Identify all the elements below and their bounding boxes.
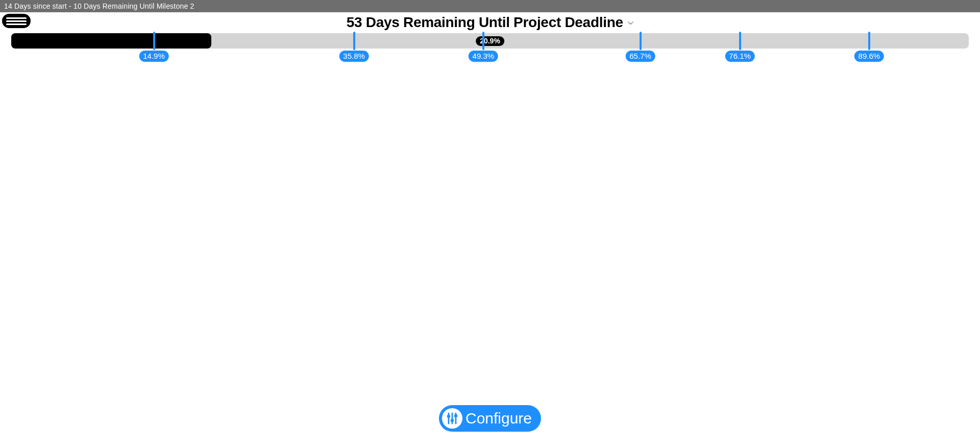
hamburger-icon [6,23,27,25]
status-text: 14 Days since start - 10 Days Remaining … [4,2,194,10]
progress-percent-bubble: 20.9% [476,36,504,46]
milestone-label[interactable]: 65.7% [625,51,655,62]
header-area: 53 Days Remaining Until Project Deadline… [0,14,980,49]
progress-area: 20.9% 14.9%35.8%49.3%65.7%76.1%89.6% [11,33,969,49]
menu-button[interactable] [2,14,31,28]
headline-text: 53 Days Remaining Until Project Deadline [347,14,623,30]
configure-label: Configure [465,410,532,427]
milestone-label[interactable]: 49.3% [469,51,499,62]
milestone-tick[interactable] [153,32,155,50]
milestone-tick[interactable] [739,32,741,50]
progress-fill [11,33,211,49]
sliders-icon [442,408,462,429]
milestone-label[interactable]: 76.1% [725,51,755,62]
milestone-label[interactable]: 14.9% [139,51,169,62]
status-bar: 14 Days since start - 10 Days Remaining … [0,0,980,12]
page-title[interactable]: 53 Days Remaining Until Project Deadline [0,14,980,31]
milestone-tick[interactable] [482,32,484,50]
hamburger-icon [6,17,27,19]
hamburger-icon [6,20,27,22]
chevron-down-icon [628,12,633,29]
progress-track[interactable]: 20.9% 14.9%35.8%49.3%65.7%76.1%89.6% [11,33,969,49]
milestone-label[interactable]: 35.8% [339,51,369,62]
svg-point-3 [447,415,450,418]
svg-point-4 [451,419,454,422]
milestone-tick[interactable] [640,32,642,50]
svg-point-5 [454,414,457,417]
milestone-tick[interactable] [868,32,870,50]
configure-button[interactable]: Configure [439,405,541,432]
milestone-tick[interactable] [353,32,355,50]
milestone-label[interactable]: 89.6% [854,51,885,62]
